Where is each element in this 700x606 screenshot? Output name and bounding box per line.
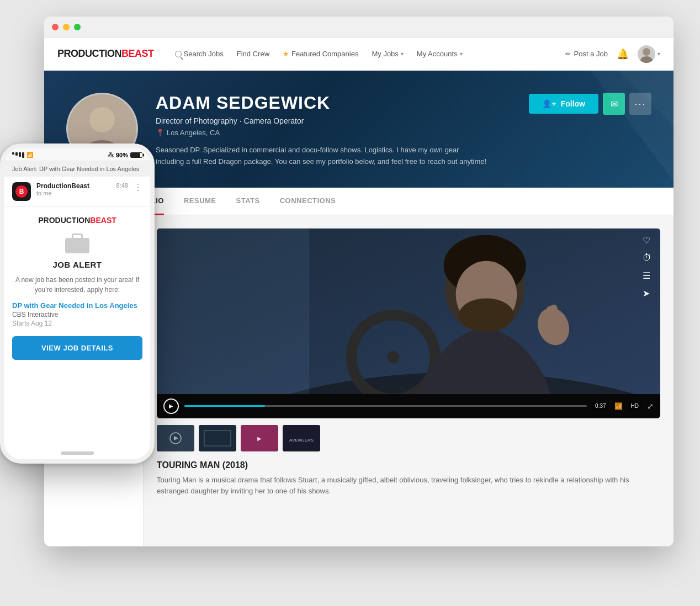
job-company: CBS Interactive xyxy=(12,311,142,318)
more-options-button[interactable]: ··· xyxy=(629,93,651,115)
logo-production: PRODUCTION xyxy=(57,48,121,59)
ellipsis-icon: ··· xyxy=(634,98,646,110)
job-alert-text: A new job has been posted in your area! … xyxy=(12,275,142,295)
video-title: TOURING MAN (2018) xyxy=(157,460,660,470)
video-frame: ♡ ⏱ ☰ ➤ xyxy=(157,228,660,394)
job-alert-icon-area xyxy=(12,233,142,253)
tab-resume[interactable]: RESUME xyxy=(184,188,216,215)
playlist-icon[interactable]: ☰ xyxy=(643,270,654,281)
chevron-down-icon: ▾ xyxy=(401,51,404,57)
signal-bar-2 xyxy=(15,152,18,156)
chevron-down-icon: ▾ xyxy=(460,51,463,57)
profile-bio: Seasoned DP. Specialized in commercial a… xyxy=(156,145,487,168)
envelope-icon: ✉ xyxy=(611,99,618,109)
role-separator: · xyxy=(240,116,244,125)
thumbnail-1[interactable] xyxy=(157,425,194,451)
window-maximize-button[interactable] xyxy=(74,24,81,30)
phone-battery-area: ⁂ 90% xyxy=(108,151,142,158)
secondary-role: Camera Operator xyxy=(244,116,304,125)
mobile-phone: 📶 ⁂ 90% Job Alert: DP with Gear Needed i… xyxy=(0,143,155,464)
nav-right: ✏ Post a Job 🔔 ▾ xyxy=(565,45,660,63)
svg-marker-2 xyxy=(591,71,674,181)
tab-connections[interactable]: CONNECTIONS xyxy=(280,188,336,215)
window-minimize-button[interactable] xyxy=(63,24,70,30)
battery-icon xyxy=(130,152,142,158)
svg-point-15 xyxy=(387,350,399,363)
phone-signal-area: 📶 xyxy=(12,152,33,158)
watch-later-icon[interactable]: ⏱ xyxy=(643,253,654,264)
nav-links: Search Jobs Find Crew ★ Featured Compani… xyxy=(169,46,565,61)
search-icon xyxy=(175,51,182,57)
phone-body: PRODUCTIONBEAST JOB ALERT A new job has … xyxy=(4,207,150,369)
briefcase-body xyxy=(65,238,89,253)
svg-point-0 xyxy=(643,48,650,56)
signal-bar-3 xyxy=(19,152,21,157)
profile-info: ADAM SEDGEWICK Director of Photography ·… xyxy=(156,93,511,168)
nav-find-crew[interactable]: Find Crew xyxy=(231,46,275,61)
thumbnail-3[interactable]: ▶ xyxy=(241,425,278,451)
nav-my-accounts[interactable]: My Accounts ▾ xyxy=(411,46,468,61)
job-link[interactable]: DP with Gear Needed in Los Angeles xyxy=(12,301,142,310)
production-beast-icon: B xyxy=(15,185,28,198)
notifications-icon[interactable]: 🔔 xyxy=(617,48,629,60)
chevron-down-icon: ▾ xyxy=(657,51,660,57)
user-menu[interactable]: ▾ xyxy=(638,45,660,63)
primary-role: Director of Photography xyxy=(156,116,237,125)
svg-text:▶: ▶ xyxy=(257,435,262,442)
phone-alert-header: Job Alert: DP with Gear Needed in Los An… xyxy=(4,161,150,177)
nav-my-jobs[interactable]: My Jobs ▾ xyxy=(366,46,409,61)
phone-home-indicator xyxy=(61,451,94,455)
video-description: Touring Man is a musical drama that foll… xyxy=(157,475,660,498)
video-progress-fill xyxy=(184,405,265,407)
svg-point-1 xyxy=(640,56,653,63)
phone-app-logo: PRODUCTIONBEAST xyxy=(12,216,142,225)
nav-featured-companies[interactable]: ★ Featured Companies xyxy=(277,46,364,61)
notif-app-icon: B xyxy=(12,182,31,201)
follow-button[interactable]: 👤+ Follow xyxy=(529,94,598,114)
share-icon[interactable]: ➤ xyxy=(643,288,654,299)
notif-sender-name: ProductionBeast xyxy=(36,182,111,190)
job-alert-title: JOB ALERT xyxy=(12,260,142,269)
content-panel: ♡ ⏱ ☰ ➤ ▶ 0:37 📶 HD ⤢ xyxy=(144,215,674,546)
wifi-icon: 📶 xyxy=(26,152,33,158)
bluetooth-icon: ⁂ xyxy=(108,151,114,158)
fullscreen-icon[interactable]: ⤢ xyxy=(647,402,654,411)
location-pin-icon: 📍 xyxy=(156,129,165,137)
profile-role: Director of Photography · Camera Operato… xyxy=(156,116,511,125)
svg-point-5 xyxy=(89,107,115,132)
job-start-date: Starts Aug 12 xyxy=(12,320,142,327)
window-close-button[interactable] xyxy=(52,24,59,30)
video-overlay-actions: ♡ ⏱ ☰ ➤ xyxy=(643,235,654,299)
phone-logo-beast: BEAST xyxy=(90,216,116,225)
svg-text:AVENGERS: AVENGERS xyxy=(289,438,314,443)
svg-point-19 xyxy=(459,298,513,332)
video-duration: 0:37 xyxy=(592,402,608,410)
pencil-icon: ✏ xyxy=(565,50,571,58)
post-job-button[interactable]: ✏ Post a Job xyxy=(565,50,608,58)
notif-timestamp: 8:48 xyxy=(116,182,128,189)
notif-more-button[interactable]: ⋮ xyxy=(134,182,142,193)
hd-badge: HD xyxy=(628,402,641,410)
navigation: PRODUCTIONBEAST Search Jobs Find Crew ★ … xyxy=(44,38,674,71)
message-button[interactable]: ✉ xyxy=(603,93,625,115)
tab-stats[interactable]: STATS xyxy=(236,188,260,215)
notif-recipient: to me xyxy=(36,190,111,196)
like-icon[interactable]: ♡ xyxy=(643,235,654,246)
signal-bar-4 xyxy=(22,152,24,158)
video-thumbnail-strip: ▶ AVENGERS xyxy=(157,425,660,451)
browser-titlebar xyxy=(44,17,674,38)
nav-search-jobs[interactable]: Search Jobs xyxy=(169,46,229,61)
video-progress-bar[interactable] xyxy=(184,405,587,407)
battery-fill xyxy=(131,153,140,157)
thumbnail-4[interactable]: AVENGERS xyxy=(283,425,320,451)
phone-status-bar: 📶 ⁂ 90% xyxy=(4,148,150,161)
profile-actions: 👤+ Follow ✉ ··· xyxy=(529,93,651,115)
volume-icon: 📶 xyxy=(614,402,623,410)
phone-notification-row[interactable]: B ProductionBeast to me 8:48 ⋮ xyxy=(4,177,150,207)
play-button[interactable]: ▶ xyxy=(163,398,179,414)
logo[interactable]: PRODUCTIONBEAST xyxy=(57,48,154,60)
hero-decoration xyxy=(508,71,674,181)
thumbnail-2[interactable] xyxy=(199,425,236,451)
signal-strength-icon xyxy=(12,152,24,158)
view-job-details-button[interactable]: VIEW JOB DETAILS xyxy=(12,336,142,360)
